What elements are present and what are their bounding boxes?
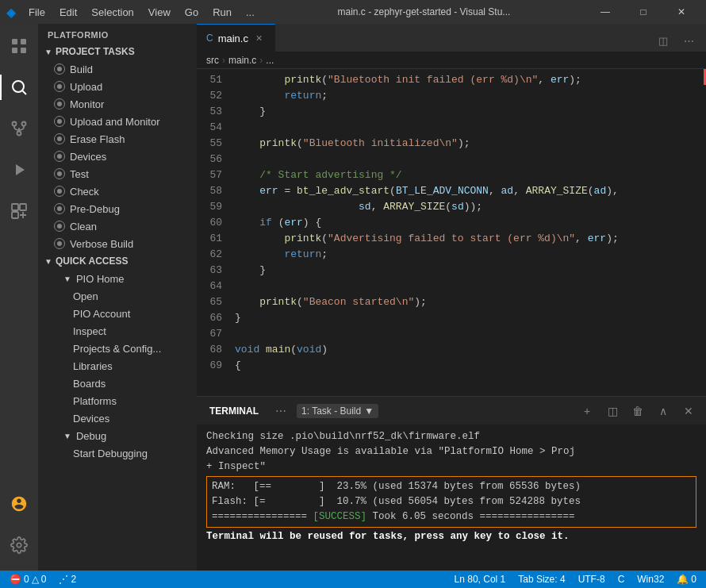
sidebar-item-pre-debug[interactable]: Pre-Debug [38,200,197,217]
sidebar-item-clean[interactable]: Clean [38,217,197,235]
sidebar-item-erase-flash[interactable]: Erase Flash [38,130,197,148]
split-terminal-button[interactable]: ◫ [601,400,624,422]
chevron-down-icon: ▼ [364,405,374,417]
titlebar: ◆ File Edit Selection View Go Run ... ma… [0,0,706,24]
radio-icon [54,238,65,249]
quick-access-header[interactable]: ▼ QUICK ACCESS [38,252,197,270]
terminal-tab[interactable]: TERMINAL [203,404,265,418]
breadcrumb-file[interactable]: main.c [228,55,256,66]
status-language[interactable]: C [615,571,628,588]
svg-point-6 [13,122,17,126]
bell-icon: 🔔 [677,574,689,585]
menu-run[interactable]: Run [206,5,238,20]
minimize-button[interactable]: — [587,0,624,24]
tab-close-button[interactable]: ✕ [253,32,266,44]
sidebar-item-devices-qa[interactable]: Devices [38,409,197,427]
menu-file[interactable]: File [22,5,52,20]
activity-source-control[interactable] [0,110,38,148]
more-actions-button[interactable]: ⋯ [677,29,700,52]
editor-tab-main-c[interactable]: C main.c ✕ [197,24,275,52]
breadcrumb-sep: › [259,55,263,66]
project-tasks-header[interactable]: ▼ PROJECT TASKS [38,43,197,60]
close-button[interactable]: ✕ [663,0,700,24]
code-line-66: } [235,310,706,326]
terminal-flash-line: Flash: [= ] 10.7% (used 56054 bytes from… [212,494,691,509]
breadcrumb-src[interactable]: src [206,55,219,66]
code-line-64 [235,279,706,294]
status-branch[interactable]: ⋰ 2 [56,571,79,588]
close-terminal-button[interactable]: ✕ [677,400,700,422]
activity-explorer[interactable] [0,27,38,65]
code-line-54 [235,120,706,136]
add-terminal-button[interactable]: + [576,400,598,422]
trash-terminal-button[interactable]: 🗑 [627,400,649,422]
status-tab-size[interactable]: Tab Size: 4 [515,571,568,588]
chevron-down-icon: ▼ [44,257,52,266]
sidebar-item-pio-home[interactable]: ▼ PIO Home [38,270,197,287]
main-layout: PLATFORMIO ▼ PROJECT TASKS Build Upload … [0,24,706,571]
tab-bar-actions: ◫ ⋯ [652,29,706,52]
sidebar-header: PLATFORMIO [38,24,197,43]
terminal-panel: TERMINAL ⋯ 1: Task - Build ▼ + ◫ 🗑 ∧ ✕ C… [197,396,706,571]
sidebar-item-upload-monitor[interactable]: Upload and Monitor [38,113,197,130]
status-platform[interactable]: Win32 [634,571,667,588]
sidebar-item-check[interactable]: Check [38,183,197,200]
menu-selection[interactable]: Selection [85,5,140,20]
activity-platformio[interactable] [0,485,38,523]
sidebar-item-test[interactable]: Test [38,165,197,183]
status-notifications[interactable]: 🔔 0 [673,571,700,588]
menu-go[interactable]: Go [178,5,205,20]
radio-icon [54,133,65,144]
code-line-63: } [235,263,706,279]
terminal-reuse-line: Terminal will be reused for tasks, press… [206,529,696,544]
chevron-down-icon: ▼ [44,48,52,56]
svg-point-8 [17,132,21,136]
svg-rect-2 [12,48,17,53]
breadcrumb: src › main.c › ... [197,52,706,69]
activity-extensions[interactable] [0,192,38,230]
sidebar-item-debug[interactable]: ▼ Debug [38,427,197,444]
code-line-62: return; [235,247,706,263]
terminal-more-button[interactable]: ⋯ [271,405,290,417]
terminal-content[interactable]: Checking size .pio\build\nrf52_dk\firmwa… [197,425,706,571]
terminal-line-3: + Inspect" [206,459,696,475]
maximize-button[interactable]: □ [625,0,662,24]
activity-settings[interactable] [0,526,38,564]
sidebar-item-devices[interactable]: Devices [38,148,197,165]
menu-more[interactable]: ... [240,5,261,20]
status-encoding[interactable]: UTF-8 [575,571,608,588]
sidebar-item-build[interactable]: Build [38,60,197,78]
sidebar-item-projects-config[interactable]: Projects & Config... [38,340,197,357]
chevron-down-icon: ▼ [63,432,71,440]
sidebar-item-pio-account[interactable]: PIO Account [38,305,197,322]
radio-icon [54,98,65,110]
window-controls: — □ ✕ [587,0,700,24]
maximize-terminal-button[interactable]: ∧ [652,400,674,422]
radio-icon [54,168,65,179]
status-ln-col[interactable]: Ln 80, Col 1 [451,571,509,588]
sidebar-item-monitor[interactable]: Monitor [38,95,197,113]
sidebar-item-upload[interactable]: Upload [38,78,197,95]
status-errors[interactable]: ⛔ 0 △ 0 [6,571,49,588]
svg-rect-12 [20,204,26,210]
terminal-task-selector[interactable]: 1: Task - Build ▼ [297,404,378,418]
sidebar-item-inspect[interactable]: Inspect [38,322,197,340]
sidebar-item-boards[interactable]: Boards [38,375,197,392]
sidebar-item-open[interactable]: Open [38,287,197,305]
split-editor-button[interactable]: ◫ [652,29,674,52]
code-line-59: sd, ARRAY_SIZE(sd)); [235,199,706,215]
sidebar-item-start-debugging[interactable]: Start Debugging [38,444,197,462]
branch-icon: ⋰ [59,574,68,585]
code-editor[interactable]: 51 52 53 54 55 56 57 58 59 60 61 62 63 6… [197,69,706,396]
breadcrumb-more[interactable]: ... [266,55,274,66]
sidebar-item-platforms[interactable]: Platforms [38,392,197,409]
activity-run-debug[interactable] [0,151,38,189]
menu-edit[interactable]: Edit [53,5,83,20]
activity-search[interactable] [0,68,38,106]
terminal-success-line: ================ [SUCCESS] Took 6.05 sec… [212,509,691,525]
sidebar-item-verbose-build[interactable]: Verbose Build [38,235,197,252]
menu-view[interactable]: View [142,5,177,20]
terminal-line-2: Advanced Memory Usage is available via "… [206,444,696,459]
sidebar-item-libraries[interactable]: Libraries [38,357,197,375]
menu-bar: File Edit Selection View Go Run ... [22,5,261,20]
